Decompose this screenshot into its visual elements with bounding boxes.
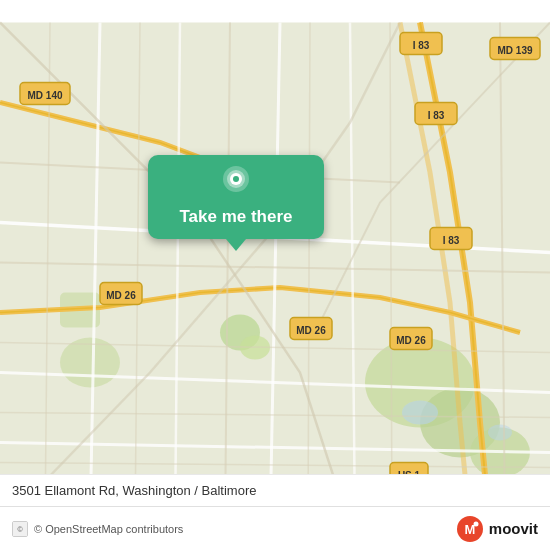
svg-text:©: © [17,526,23,533]
address-bar: 3501 Ellamont Rd, Washington / Baltimore [0,474,550,506]
svg-text:MD 26: MD 26 [396,335,426,346]
callout-tail [226,239,246,251]
svg-text:I 83: I 83 [413,40,430,51]
callout-label: Take me there [179,207,292,227]
moovit-icon: M [456,515,484,543]
svg-text:MD 139: MD 139 [497,45,532,56]
map-background: MD 140 I 83 I 83 I 83 MD 139 MD 26 MD 26… [0,0,550,550]
svg-text:MD 26: MD 26 [296,325,326,336]
svg-text:I 83: I 83 [428,110,445,121]
svg-text:MD 140: MD 140 [27,90,62,101]
callout[interactable]: Take me there [148,155,324,251]
address-text: 3501 Ellamont Rd, Washington / Baltimore [12,483,256,498]
svg-text:I 83: I 83 [443,235,460,246]
callout-box[interactable]: Take me there [148,155,324,239]
location-pin-icon [218,165,254,201]
svg-point-58 [473,521,478,526]
bottom-bar: © © OpenStreetMap contributors M moovit [0,506,550,550]
attribution-text: © OpenStreetMap contributors [34,523,456,535]
svg-point-9 [488,425,512,441]
moovit-logo: M moovit [456,515,538,543]
moovit-text: moovit [489,520,538,537]
map-container[interactable]: MD 140 I 83 I 83 I 83 MD 139 MD 26 MD 26… [0,0,550,550]
svg-text:MD 26: MD 26 [106,290,136,301]
osm-logo: © [12,521,28,537]
svg-point-8 [402,401,438,425]
